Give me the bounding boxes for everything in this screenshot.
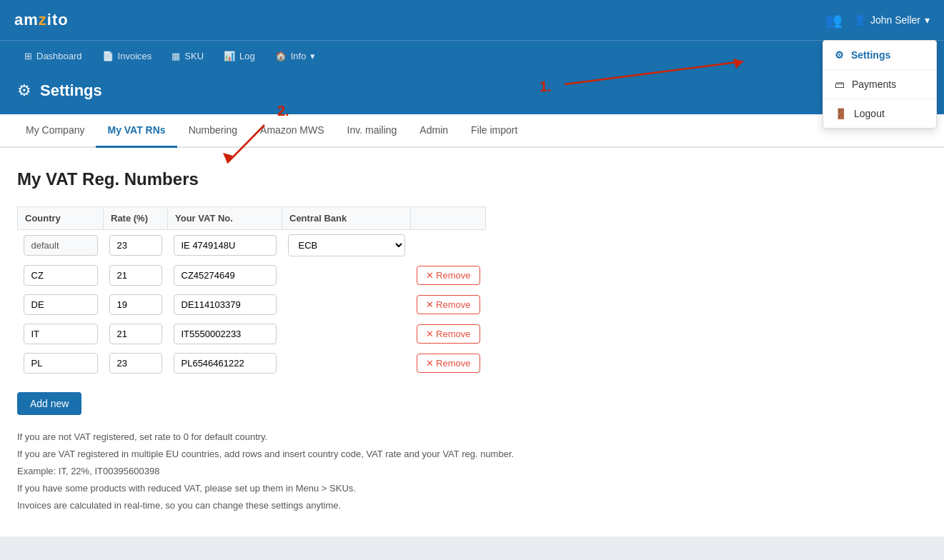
settings-gear-icon: ⚙ — [17, 81, 31, 100]
nav-item-sku[interactable]: ▦ SKU — [162, 41, 214, 72]
users-icon[interactable]: 👥 — [825, 11, 843, 29]
payments-menu-icon: 🗃 — [835, 79, 845, 90]
col-header-bank: Central Bank — [282, 207, 411, 230]
nav-label-sku: SKU — [184, 51, 204, 61]
col-header-action — [411, 207, 486, 230]
vat-input[interactable] — [174, 235, 277, 256]
nav-item-dashboard[interactable]: ⊞ Dashboard — [14, 41, 92, 72]
country-input[interactable] — [24, 353, 98, 374]
rate-input[interactable] — [109, 353, 162, 374]
nav-label-info: Info — [291, 51, 307, 61]
info-block: If you are not VAT registered, set rate … — [17, 429, 927, 514]
payments-menu-label: Payments — [852, 79, 896, 90]
rate-input[interactable] — [109, 265, 162, 286]
country-input[interactable] — [24, 265, 98, 286]
settings-tabs: My Company My VAT RNs Numbering Amazon M… — [0, 114, 944, 148]
add-new-button[interactable]: Add new — [17, 392, 81, 415]
nav-item-info[interactable]: 🏠 Info ▾ — [265, 41, 326, 72]
main-nav: ⊞ Dashboard 📄 Invoices ▦ SKU 📊 Log 🏠 Inf… — [0, 40, 944, 71]
remove-button[interactable]: ✕ Remove — [417, 354, 480, 373]
main-card: My Company My VAT RNs Numbering Amazon M… — [0, 114, 944, 536]
tab-file-import[interactable]: File import — [459, 114, 529, 148]
invoices-icon: 📄 — [102, 51, 114, 61]
page-title-bar: ⚙ Settings — [0, 71, 944, 114]
remove-button[interactable]: ✕ Remove — [417, 266, 480, 285]
vat-input[interactable] — [174, 353, 277, 374]
tab-my-vat-rns[interactable]: My VAT RNs — [96, 114, 177, 148]
nav-item-log[interactable]: 📊 Log — [214, 41, 265, 72]
tab-my-company[interactable]: My Company — [14, 114, 96, 148]
tab-amazon-mws[interactable]: Amazon MWS — [249, 114, 335, 148]
country-input — [24, 235, 98, 256]
country-input[interactable] — [24, 324, 98, 344]
vat-input[interactable] — [174, 324, 277, 344]
user-dropdown-button[interactable]: 👤 John Seller ▾ — [854, 14, 930, 26]
rate-input[interactable] — [109, 235, 162, 256]
info-dropdown-arrow: ▾ — [310, 51, 315, 61]
logo-highlight: z — [39, 11, 47, 29]
tab-admin[interactable]: Admin — [408, 114, 459, 148]
remove-button[interactable]: ✕ Remove — [417, 324, 480, 344]
settings-menu-icon: ⚙ — [835, 49, 844, 61]
table-row: ✕ Remove — [18, 349, 486, 378]
logout-menu-icon: 🚪 — [835, 108, 847, 119]
bank-select[interactable]: ECBOther — [288, 234, 405, 256]
app-header: amzito 👥 👤 John Seller ▾ — [0, 0, 944, 40]
menu-item-logout[interactable]: 🚪 Logout — [823, 99, 936, 128]
col-header-rate: Rate (%) — [104, 207, 168, 230]
nav-label-dashboard: Dashboard — [36, 51, 82, 61]
table-row: ✕ Remove — [18, 290, 486, 319]
sku-icon: ▦ — [172, 51, 180, 61]
table-row: ECBOther — [18, 230, 486, 261]
rate-input[interactable] — [109, 294, 162, 315]
user-dropdown-menu: ⚙ Settings 🗃 Payments 🚪 Logout — [823, 40, 937, 129]
page-title: Settings — [40, 81, 102, 100]
nav-label-invoices: Invoices — [118, 51, 152, 61]
tab-inv-mailing[interactable]: Inv. mailing — [336, 114, 409, 148]
content-area: My VAT Reg. Numbers Country Rate (%) You… — [0, 148, 944, 536]
section-title: My VAT Reg. Numbers — [17, 169, 927, 189]
tab-numbering[interactable]: Numbering — [177, 114, 249, 148]
country-input[interactable] — [24, 294, 98, 315]
menu-item-settings[interactable]: ⚙ Settings — [823, 41, 936, 70]
vat-input[interactable] — [174, 265, 277, 286]
header-right: 👥 👤 John Seller ▾ — [825, 11, 930, 29]
dashboard-icon: ⊞ — [24, 51, 32, 61]
remove-button[interactable]: ✕ Remove — [417, 295, 480, 314]
log-icon: 📊 — [224, 51, 235, 61]
info-line-3: Example: IT, 22%, IT00395600398 — [17, 464, 927, 479]
vat-input[interactable] — [174, 294, 277, 315]
user-label: John Seller — [870, 14, 920, 26]
info-line-5: Invoices are calculated in real-time, so… — [17, 498, 927, 514]
info-icon: 🏠 — [275, 51, 287, 61]
info-line-1: If you are not VAT registered, set rate … — [17, 429, 927, 445]
table-row: ✕ Remove — [18, 319, 486, 349]
nav-item-invoices[interactable]: 📄 Invoices — [92, 41, 162, 72]
rate-input[interactable] — [109, 324, 162, 344]
dropdown-arrow-icon: ▾ — [925, 14, 930, 26]
col-header-vat: Your VAT No. — [168, 207, 282, 230]
settings-menu-label: Settings — [851, 49, 890, 61]
nav-label-log: Log — [239, 51, 255, 61]
menu-item-payments[interactable]: 🗃 Payments — [823, 70, 936, 99]
vat-table: Country Rate (%) Your VAT No. Central Ba… — [17, 206, 486, 378]
info-line-4: If you have some products with reduced V… — [17, 481, 927, 496]
logout-menu-label: Logout — [854, 108, 885, 119]
info-line-2: If you are VAT registered in multiple EU… — [17, 446, 927, 462]
app-logo[interactable]: amzito — [14, 11, 69, 29]
table-row: ✕ Remove — [18, 261, 486, 290]
col-header-country: Country — [18, 207, 104, 230]
user-avatar-icon: 👤 — [854, 14, 866, 26]
